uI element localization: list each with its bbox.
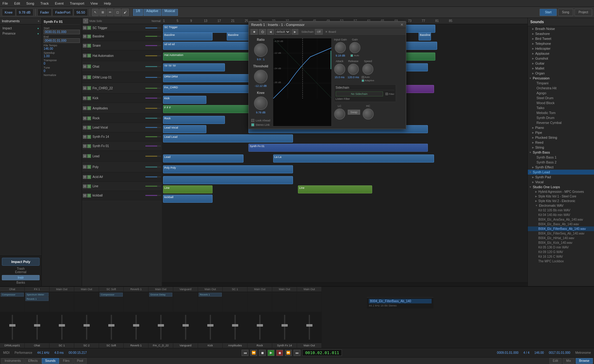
menu-file[interactable]: File xyxy=(1,1,9,6)
sound-item-telephone[interactable]: ▶ Telephone xyxy=(528,41,594,46)
track-mute-4[interactable]: M xyxy=(83,65,87,68)
filter-check[interactable] xyxy=(385,93,388,95)
track-solo-4[interactable]: S xyxy=(87,65,91,68)
track-solo-14[interactable]: S xyxy=(87,165,91,169)
track-mute-5[interactable]: M xyxy=(83,75,87,79)
sound-item-taiko[interactable]: Taiko xyxy=(528,105,594,110)
sound-file-b004_elc_hihat_140-wav[interactable]: B004_Elc_HiHat_140.wav xyxy=(528,236,594,240)
tab-effects[interactable]: Effects xyxy=(25,358,41,364)
sound-item-synth-bass-1[interactable]: Synth Bass 1 xyxy=(528,155,594,160)
sound-file-b004_elc_filterseq_ab_140-wav[interactable]: B004_Elc_FilterSeq_Ab_140.wav xyxy=(528,231,594,236)
timesig-btn[interactable]: Musical xyxy=(162,9,178,16)
plugin-next-btn[interactable]: ▶ xyxy=(292,29,298,35)
insert-reverb-1[interactable]: Reverb 1 xyxy=(199,293,222,297)
insert-compressor[interactable]: Compressor xyxy=(1,293,24,297)
clip-12[interactable]: Synth Fx 01 xyxy=(248,144,428,152)
clip-16[interactable]: Line xyxy=(163,185,213,193)
sound-item-gunshot[interactable]: ▶ Gunshot xyxy=(528,56,594,61)
insert-groove-delay[interactable]: Groove Delay xyxy=(149,293,172,297)
instrument-item-impact[interactable]: Impact ● xyxy=(0,26,41,31)
track-add-btn[interactable]: + xyxy=(83,19,88,23)
clip-4[interactable]: TF TF TF xyxy=(163,63,225,71)
menu-view[interactable]: View xyxy=(89,1,99,6)
track-mute-17[interactable]: M xyxy=(83,194,87,197)
track-fader-10[interactable] xyxy=(145,127,161,128)
play-btn[interactable]: ▶ xyxy=(268,350,274,356)
clip-7[interactable]: Kick xyxy=(163,96,206,104)
track-mute-14[interactable]: M xyxy=(83,165,87,169)
ch-fader-handle-6[interactable] xyxy=(158,324,164,327)
track-mute-16[interactable]: M xyxy=(83,184,87,188)
sound-item-synth-effect[interactable]: ▶ Synth Effect xyxy=(528,165,594,170)
track-fader-15[interactable] xyxy=(145,176,161,177)
back-btn[interactable]: ⏪ xyxy=(250,350,257,356)
track-fader-11[interactable] xyxy=(145,136,161,137)
track-mute-6[interactable]: M xyxy=(83,86,87,90)
sound-item-percussion[interactable]: ▼ Percussion xyxy=(528,76,594,81)
sound-item-wood-block[interactable]: Wood Block xyxy=(528,100,594,105)
track-solo-2[interactable]: S xyxy=(87,44,91,48)
ch-fader-handle-2[interactable] xyxy=(59,324,65,327)
ch-fader-handle-8[interactable] xyxy=(207,324,213,327)
lc-knob[interactable] xyxy=(334,108,345,120)
stop-btn[interactable]: ⏹ xyxy=(259,350,266,356)
menu-track[interactable]: Track xyxy=(39,1,50,6)
stereo-link-checkbox[interactable] xyxy=(251,123,254,126)
clip-13[interactable]: Lead xyxy=(163,154,243,163)
track-fader-9[interactable] xyxy=(145,118,161,119)
sound-file-kit-16-126-c-wav[interactable]: Kit 16 126 C WAV xyxy=(528,254,594,259)
track-mute-13[interactable]: M xyxy=(83,154,87,158)
sound-item-seashore[interactable]: ▶ Seashore xyxy=(528,31,594,36)
tab-instruments[interactable]: Instruments xyxy=(1,358,24,364)
adaptive-check[interactable] xyxy=(362,79,364,82)
menu-transport[interactable]: Transport xyxy=(69,1,86,6)
sound-item-breath-noise[interactable]: ▶ Breath Noise xyxy=(528,26,594,31)
sound-file-b004_elc_filterbass_ab_140-wav[interactable]: B004_Elc_FilterBass_Ab_140.wav xyxy=(528,226,594,231)
track-fader-12[interactable] xyxy=(145,146,161,146)
start-btn[interactable]: Start xyxy=(540,9,557,16)
song-btn[interactable]: Song xyxy=(558,9,573,16)
track-fader-13[interactable] xyxy=(145,156,161,157)
sound-item-helicopter[interactable]: ▶ Helicopter xyxy=(528,46,594,51)
look-ahead-label[interactable]: Look Ahead xyxy=(251,119,270,122)
clip-13[interactable]: La La xyxy=(273,154,434,163)
sound-file-kit-02-105-bb-min-wav[interactable]: Kit 02 105 Bb min WAV xyxy=(528,208,594,213)
ch-fader-handle-7[interactable] xyxy=(183,324,189,327)
track-solo-13[interactable]: S xyxy=(87,154,91,158)
end-value[interactable]: 0048.01.01.000 xyxy=(44,38,80,43)
track-solo-8[interactable]: S xyxy=(87,106,91,110)
track-fader-5[interactable] xyxy=(145,77,161,78)
mix-btn[interactable]: Mix xyxy=(563,358,575,364)
ch-fader-handle-11[interactable] xyxy=(282,324,288,327)
track-fader-7[interactable] xyxy=(145,98,161,99)
ch-fader-handle-9[interactable] xyxy=(232,324,238,327)
menu-edit[interactable]: Edit xyxy=(13,1,21,6)
sound-item-orchestra-hit[interactable]: Orchestra Hit xyxy=(528,86,594,91)
sidechain-off-btn[interactable]: Off xyxy=(315,29,323,35)
sound-item-timpani[interactable]: Timpani xyxy=(528,81,594,86)
edit-btn[interactable]: Edit xyxy=(549,358,562,364)
project-btn[interactable]: Project xyxy=(575,9,592,16)
input-gain-knob[interactable] xyxy=(335,42,346,53)
arrange-scrollbar-h[interactable] xyxy=(162,282,527,286)
sound-item-studio-one-loops[interactable]: ▼ Studio One Loops xyxy=(528,184,594,189)
clip-11[interactable]: Lead Lead xyxy=(163,134,293,142)
sound-item-melodic-tom[interactable]: Melodic Tom xyxy=(528,110,594,115)
speed-knob[interactable] xyxy=(362,64,373,75)
track-fader-3[interactable] xyxy=(145,55,161,56)
track-mute-8[interactable]: M xyxy=(83,106,87,110)
sound-item-bird-tweet[interactable]: ▶ Bird Tweet xyxy=(528,36,594,41)
auto-speed-check[interactable] xyxy=(362,76,364,78)
rewind-btn[interactable]: ⏮ xyxy=(242,350,248,356)
plugin-prev-btn[interactable]: ◀ xyxy=(267,29,274,35)
track-fader-2[interactable] xyxy=(145,45,161,46)
insert-reverb-1[interactable]: Reverb 1 xyxy=(25,297,49,301)
track-mute-15[interactable]: M xyxy=(83,175,87,179)
track-mute-10[interactable]: M xyxy=(83,126,87,129)
track-solo-17[interactable]: S xyxy=(87,194,91,197)
ch-fader-handle-1[interactable] xyxy=(34,324,40,327)
sound-item-organ[interactable]: ▶ Organ xyxy=(528,71,594,76)
start-value[interactable]: 0030.01.01.000 xyxy=(44,30,80,34)
ch-fader-handle-3[interactable] xyxy=(84,324,90,327)
sound-item-guitar[interactable]: ▶ Guitar xyxy=(528,61,594,66)
